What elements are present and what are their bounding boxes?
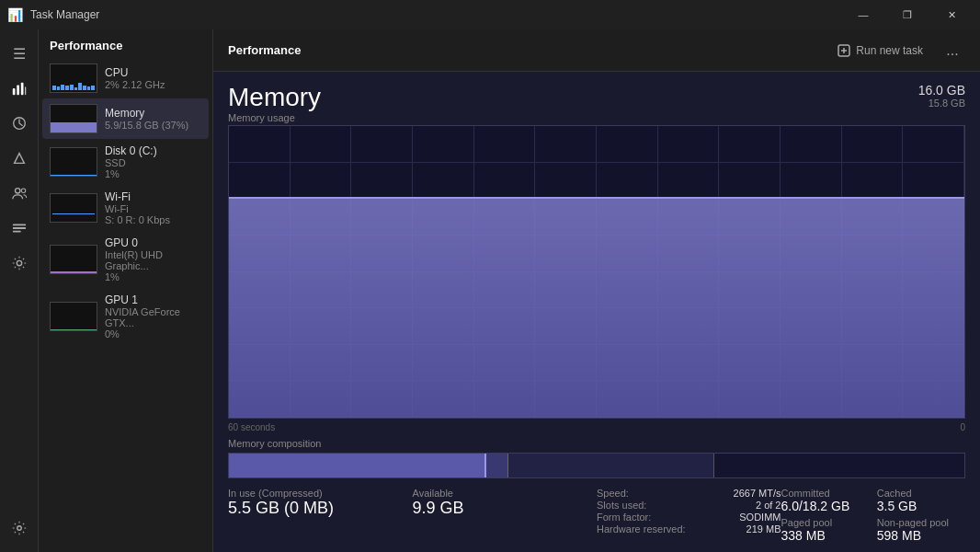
in-use-value: 5.5 GB (0 MB) — [228, 499, 413, 518]
sidebar-item-gpu1[interactable]: GPU 1 NVIDIA GeForce GTX...0% — [42, 288, 209, 345]
speed-label: Speed: — [597, 488, 629, 499]
sidebar-item-memory[interactable]: Memory 5.9/15.8 GB (37%) — [42, 98, 209, 139]
sidebar-item-disk[interactable]: Disk 0 (C:) SSD1% — [42, 139, 209, 185]
stat-committed: Committed 6.0/18.2 GB — [781, 486, 870, 515]
composition-bar — [228, 453, 965, 478]
gpu1-label: GPU 1 — [105, 293, 201, 306]
cpu-thumbnail — [50, 63, 97, 93]
main-content: Performance Run new task ... Memory Memo… — [213, 29, 980, 552]
memory-label: Memory — [105, 107, 201, 120]
gpu0-info: GPU 0 Intel(R) UHD Graphic...1% — [105, 236, 201, 282]
memory-fill-top-line — [229, 197, 964, 199]
services-icon[interactable] — [3, 247, 36, 280]
chart-title: Memory — [228, 83, 321, 112]
wifi-sublabel: Wi-FiS: 0 R: 0 Kbps — [105, 203, 201, 225]
gpu0-label: GPU 0 — [105, 236, 201, 249]
startup-icon[interactable] — [3, 142, 36, 175]
paged-value: 338 MB — [781, 528, 870, 543]
disk-info: Disk 0 (C:) SSD1% — [105, 144, 201, 179]
gpu0-sublabel: Intel(R) UHD Graphic...1% — [105, 249, 201, 282]
chart-time-labels: 60 seconds 0 — [228, 422, 965, 432]
titlebar: 📊 Task Manager — ❐ ✕ — [0, 0, 980, 29]
cached-label: Cached — [877, 488, 965, 499]
titlebar-title: Task Manager — [30, 8, 835, 21]
cpu-label: CPU — [105, 66, 201, 79]
svg-rect-9 — [12, 227, 25, 229]
history-icon[interactable] — [3, 107, 36, 140]
chart-header: Memory Memory usage 16.0 GB 15.8 GB — [228, 83, 965, 123]
topbar-actions: Run new task ... — [828, 38, 965, 63]
stat-cached: Cached 3.5 GB — [877, 486, 965, 515]
disk-sublabel: SSD1% — [105, 157, 201, 179]
svg-rect-0 — [12, 88, 15, 95]
svg-point-7 — [21, 189, 26, 193]
hw-reserved-value: 219 MB — [746, 523, 781, 535]
run-task-label: Run new task — [856, 44, 923, 57]
gpu0-thumbnail — [50, 245, 97, 274]
available-stat-value: 9.9 GB — [413, 499, 598, 518]
paged-label: Paged pool — [781, 517, 870, 528]
slots-label: Slots used: — [597, 500, 646, 511]
sidebar-item-wifi[interactable]: Wi-Fi Wi-FiS: 0 R: 0 Kbps — [42, 185, 209, 231]
minimize-button[interactable]: — — [842, 0, 884, 29]
committed-value: 6.0/18.2 GB — [781, 499, 870, 513]
sidebar-header: Performance — [39, 29, 212, 58]
chart-value-right: 16.0 GB 15.8 GB — [918, 83, 965, 109]
cpu-info: CPU 2% 2.12 GHz — [105, 66, 201, 90]
wifi-label: Wi-Fi — [105, 190, 201, 203]
gpu1-thumbnail — [50, 302, 97, 331]
memory-available-label: 15.8 GB — [918, 98, 965, 109]
comp-in-use — [229, 454, 486, 477]
cpu-sublabel: 2% 2.12 GHz — [105, 79, 201, 90]
svg-rect-1 — [17, 85, 19, 95]
run-task-icon — [838, 44, 850, 57]
non-paged-value: 598 MB — [877, 528, 965, 543]
details-icon[interactable] — [3, 212, 36, 245]
svg-rect-10 — [12, 231, 20, 233]
speed-value: 2667 MT/s — [734, 488, 781, 499]
close-button[interactable]: ✕ — [930, 0, 973, 29]
stat-speed-group: Speed:2667 MT/s Slots used:2 of 2 Form f… — [597, 486, 781, 545]
app-icon: 📊 — [7, 7, 23, 22]
gpu1-sublabel: NVIDIA GeForce GTX...0% — [105, 306, 201, 339]
chart-title-group: Memory Memory usage — [228, 83, 321, 123]
wifi-thumbnail — [50, 193, 97, 223]
form-factor-label: Form factor: — [597, 512, 651, 523]
time-label-right: 0 — [960, 422, 965, 432]
comp-modified — [486, 454, 508, 477]
non-paged-label: Non-paged pool — [877, 517, 965, 528]
app-body: ☰ Performance — [0, 29, 980, 552]
disk-thumbnail — [50, 147, 97, 177]
sidebar-item-gpu0[interactable]: GPU 0 Intel(R) UHD Graphic...1% — [42, 231, 209, 288]
topbar: Performance Run new task ... — [213, 29, 980, 72]
stats-section: In use (Compressed) 5.5 GB (0 MB) Availa… — [228, 486, 965, 552]
sidebar-item-cpu[interactable]: CPU 2% 2.12 GHz — [42, 58, 209, 98]
users-icon[interactable] — [3, 177, 36, 210]
hamburger-menu-icon[interactable]: ☰ — [3, 37, 36, 70]
memory-fill-area — [229, 199, 964, 418]
stat-committed-cached: Committed 6.0/18.2 GB Cached 3.5 GB Page… — [781, 486, 966, 545]
svg-point-11 — [17, 260, 21, 265]
stat-available: Available 9.9 GB — [413, 486, 598, 545]
chart-subtitle: Memory usage — [228, 112, 321, 123]
topbar-title: Performance — [228, 43, 828, 57]
composition-label: Memory composition — [228, 438, 965, 449]
composition-section: Memory composition — [228, 438, 965, 478]
gpu1-info: GPU 1 NVIDIA GeForce GTX...0% — [105, 293, 201, 339]
memory-chart — [228, 125, 965, 419]
comp-free — [714, 454, 964, 477]
settings-icon[interactable] — [3, 512, 36, 545]
restore-button[interactable]: ❐ — [886, 0, 929, 29]
svg-point-12 — [17, 526, 21, 531]
form-factor-value: SODIMM — [739, 512, 781, 523]
disk-label: Disk 0 (C:) — [105, 144, 201, 157]
hw-reserved-label: Hardware reserved: — [597, 523, 686, 535]
performance-icon[interactable] — [3, 72, 36, 105]
time-label-left: 60 seconds — [228, 422, 275, 432]
memory-info: Memory 5.9/15.8 GB (37%) — [105, 107, 201, 131]
run-new-task-button[interactable]: Run new task — [828, 40, 932, 61]
available-stat-label: Available — [413, 488, 598, 499]
cached-value: 3.5 GB — [877, 499, 965, 513]
memory-total: 16.0 GB — [918, 83, 965, 98]
more-options-button[interactable]: ... — [940, 38, 965, 63]
